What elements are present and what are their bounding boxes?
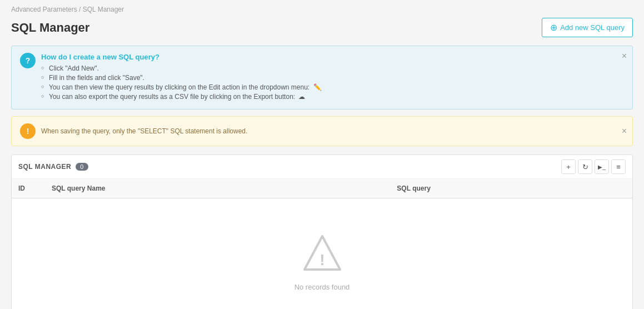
- info-box-close[interactable]: ×: [622, 52, 627, 61]
- refresh-icon: ↻: [582, 163, 588, 171]
- svg-text:!: !: [319, 251, 325, 268]
- columns-button[interactable]: ≡: [611, 160, 626, 174]
- info-icon: ?: [20, 53, 36, 68]
- info-step-3: You can then view the query results by c…: [41, 83, 322, 91]
- add-icon: +: [566, 163, 571, 171]
- info-box-title: How do I create a new SQL query?: [41, 53, 322, 61]
- add-row-button[interactable]: +: [561, 160, 576, 174]
- add-sql-query-button[interactable]: ⊕ Add new SQL query: [542, 18, 633, 37]
- info-step-2: Fill in the fields and click "Save".: [41, 74, 322, 82]
- info-box: ? How do I create a new SQL query? Click…: [11, 46, 633, 109]
- panel-title-text: SQL MANAGER: [18, 163, 71, 171]
- pencil-icon: ✏️: [313, 83, 322, 91]
- warning-box: ! When saving the query, only the "SELEC…: [11, 116, 633, 146]
- breadcrumb-parent[interactable]: Advanced Parameters: [11, 6, 77, 13]
- info-step-4: You can also export the query results as…: [41, 93, 322, 101]
- terminal-icon: ▶_: [598, 164, 606, 170]
- panel-title-group: SQL MANAGER 0: [18, 163, 88, 171]
- info-step-1: Click "Add New".: [41, 64, 322, 72]
- refresh-button[interactable]: ↻: [578, 160, 592, 174]
- panel-header: SQL MANAGER 0 + ↻ ▶_ ≡: [12, 155, 632, 179]
- info-box-content: How do I create a new SQL query? Click "…: [41, 53, 322, 102]
- columns-icon: ≡: [616, 163, 621, 171]
- terminal-button[interactable]: ▶_: [595, 160, 609, 174]
- export-icon: ☁: [298, 93, 305, 101]
- no-records-icon: !: [300, 232, 345, 276]
- page-title: SQL Manager: [11, 21, 89, 35]
- warning-box-close[interactable]: ×: [622, 126, 627, 136]
- no-records-text: No records found: [29, 283, 615, 291]
- col-id: ID: [12, 179, 45, 198]
- page-header: SQL Manager ⊕ Add new SQL query: [11, 18, 633, 37]
- breadcrumb-current: SQL Manager: [83, 6, 124, 13]
- empty-state-row: ! No records found: [12, 198, 632, 310]
- record-count-badge: 0: [76, 163, 88, 171]
- table-container: ID SQL query Name SQL query !: [12, 179, 632, 309]
- breadcrumb-separator: /: [79, 6, 83, 13]
- sql-manager-panel: SQL MANAGER 0 + ↻ ▶_ ≡: [11, 154, 633, 309]
- sql-table: ID SQL query Name SQL query !: [12, 179, 632, 309]
- breadcrumb: Advanced Parameters / SQL Manager: [11, 6, 633, 13]
- col-query: SQL query: [390, 179, 632, 198]
- info-box-steps: Click "Add New". Fill in the fields and …: [41, 64, 322, 101]
- no-records-container: ! No records found: [18, 204, 626, 309]
- table-header-row: ID SQL query Name SQL query: [12, 179, 632, 198]
- col-name: SQL query Name: [45, 179, 390, 198]
- add-button-label: Add new SQL query: [560, 23, 625, 32]
- warning-text: When saving the query, only the "SELECT"…: [41, 127, 247, 135]
- panel-actions: + ↻ ▶_ ≡: [561, 160, 626, 174]
- warning-icon: !: [20, 123, 36, 139]
- plus-circle-icon: ⊕: [550, 22, 557, 33]
